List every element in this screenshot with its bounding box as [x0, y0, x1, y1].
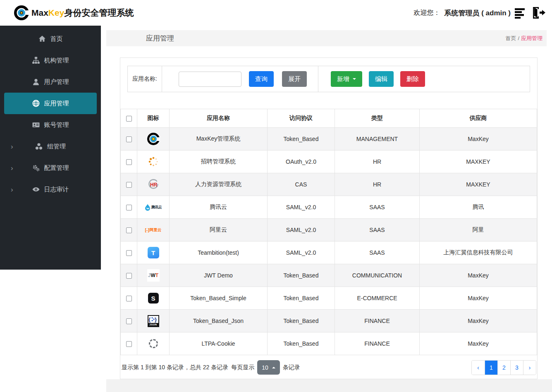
category-cell: COMMUNICATION: [335, 264, 420, 287]
protocol-cell: Token_Based: [268, 128, 335, 151]
column-header: 访问协议: [268, 109, 335, 128]
table-row[interactable]: [-]阿里云阿里云SAML_v2.0SAAS阿里: [121, 219, 537, 241]
logout-icon[interactable]: [531, 6, 545, 19]
s-logo-icon: S: [140, 293, 167, 304]
page-size-dropdown[interactable]: 10: [257, 360, 280, 375]
app-name-cell: JWT Demo: [170, 264, 268, 287]
menu-list-icon[interactable]: [515, 7, 527, 19]
sidebar-item-config[interactable]: ›配置管理: [4, 157, 97, 179]
sidebar-item-log[interactable]: ›日志审计: [4, 179, 97, 200]
expand-button[interactable]: 展开: [282, 71, 307, 87]
json-logo-icon: {}JSON: [140, 315, 167, 327]
table-row[interactable]: TTeambition(test)SAML_v2.0SAAS上海汇翼信息科技有限…: [121, 241, 537, 264]
svg-text:{: {: [148, 316, 151, 323]
vendor-cell: MaxKey: [420, 310, 537, 332]
brand-title: MaxKey身份安全管理系统: [31, 7, 134, 19]
sidebar-item-label: 应用管理: [44, 100, 69, 108]
sidebar-item-group[interactable]: ›组管理: [4, 136, 97, 157]
page-number-button[interactable]: 2: [497, 361, 510, 375]
app-name-cell: 阿里云: [170, 219, 268, 241]
user-icon: [32, 78, 40, 86]
select-all-cell: [121, 109, 137, 128]
category-cell: HR: [335, 173, 420, 196]
column-header: 供应商: [420, 109, 537, 128]
row-checkbox[interactable]: [126, 182, 132, 188]
pagination-info: 显示第 1 到第 10 条记录，总共 22 条记录 每页显示 10 条记录: [120, 360, 300, 375]
table-row[interactable]: MaxKey管理系统Token_BasedMANAGEMENTMaxKey: [121, 128, 537, 151]
table-row[interactable]: {}JSONToken_Based_JsonToken_BasedFINANCE…: [121, 310, 537, 332]
select-all-checkbox[interactable]: [126, 116, 132, 122]
sidebar-item-app[interactable]: 应用管理: [4, 93, 97, 114]
welcome-label: 欢迎您：: [413, 9, 440, 17]
row-checkbox-cell: [121, 219, 137, 241]
pagination-bar: 显示第 1 到第 10 条记录，总共 22 条记录 每页显示 10 条记录 ‹1…: [120, 355, 537, 380]
row-checkbox-cell: [121, 310, 137, 332]
row-checkbox-cell: [121, 173, 137, 196]
category-cell: SAAS: [335, 219, 420, 241]
row-checkbox[interactable]: [126, 205, 132, 210]
row-checkbox[interactable]: [126, 159, 132, 165]
app-name-cell: Teambition(test): [170, 241, 268, 264]
app-name-cell: Token_Based_Json: [170, 310, 268, 332]
breadcrumb-current[interactable]: 应用管理: [521, 35, 542, 42]
page-next-button[interactable]: ›: [523, 361, 536, 375]
table-header-row: 图标应用名称访问协议类型供应商: [121, 109, 537, 128]
edit-button[interactable]: 编辑: [369, 71, 394, 87]
table-row[interactable]: HR人力资源管理系统CASHRMAXKEY: [121, 173, 537, 196]
add-button[interactable]: 新增: [331, 71, 362, 87]
app-icon-cell: S: [137, 287, 170, 310]
sidebar-nav: 首页机构管理用户管理应用管理账号管理›组管理›配置管理›日志审计: [0, 26, 101, 200]
category-cell: SAAS: [335, 241, 420, 264]
row-checkbox-cell: [121, 287, 137, 310]
protocol-cell: OAuth_v2.0: [268, 151, 335, 173]
id-card-icon: [32, 121, 40, 129]
table-row[interactable]: SToken_Based_SimpleToken_BasedE-COMMERCE…: [121, 287, 537, 310]
row-checkbox[interactable]: [126, 341, 132, 347]
breadcrumb: 首页 / 应用管理: [505, 30, 542, 46]
protocol-cell: Token_Based: [268, 310, 335, 332]
table-row[interactable]: LTPA-CookieToken_BasedFINANCEMaxKey: [121, 332, 537, 355]
sidebar-item-label: 组管理: [47, 143, 66, 151]
sidebar-item-org[interactable]: 机构管理: [4, 50, 97, 71]
app-icon-cell: HR: [137, 173, 170, 196]
eye-icon: [32, 186, 40, 193]
row-checkbox[interactable]: [126, 227, 132, 233]
titlebar: 应用管理 首页 / 应用管理: [106, 30, 547, 46]
app-name-cell: 招聘管理系统: [170, 151, 268, 173]
svg-text:HR: HR: [150, 182, 158, 188]
row-checkbox[interactable]: [126, 250, 132, 256]
row-checkbox[interactable]: [126, 318, 132, 324]
table-row[interactable]: JWTJWT DemoToken_BasedCOMMUNICATIONMaxKe…: [121, 264, 537, 287]
page-number-button[interactable]: 3: [510, 361, 523, 375]
category-cell: HR: [335, 151, 420, 173]
sidebar-item-home[interactable]: 首页: [4, 28, 97, 50]
protocol-cell: SAML_v2.0: [268, 196, 335, 219]
category-cell: MANAGEMENT: [335, 128, 420, 151]
page-prev-button[interactable]: ‹: [472, 361, 485, 375]
app-name-input[interactable]: [179, 72, 241, 87]
vendor-cell: MAXKEY: [420, 173, 537, 196]
category-cell: E-COMMERCE: [335, 287, 420, 310]
globe-icon: [32, 100, 40, 107]
query-button[interactable]: 查询: [249, 71, 274, 87]
category-cell: SAAS: [335, 196, 420, 219]
target-circle-icon: [140, 339, 167, 348]
sidebar-item-user[interactable]: 用户管理: [4, 71, 97, 93]
brand-logo: MaxKey身份安全管理系统: [14, 5, 134, 20]
table-row[interactable]: 腾讯云腾讯云SAML_v2.0SAAS腾讯: [121, 196, 537, 219]
app-icon-cell: T: [137, 241, 170, 264]
page-number-button[interactable]: 1: [485, 361, 497, 375]
breadcrumb-home[interactable]: 首页: [505, 35, 516, 42]
sidebar-item-account[interactable]: 账号管理: [4, 114, 97, 136]
app-icon-cell: 腾讯云: [137, 196, 170, 219]
welcome-area: 欢迎您： 系统管理员 ( admin ): [413, 6, 545, 19]
delete-button[interactable]: 删除: [400, 71, 425, 87]
row-checkbox[interactable]: [126, 273, 132, 279]
row-checkbox[interactable]: [126, 136, 132, 142]
table-row[interactable]: 招聘管理系统OAuth_v2.0HRMAXKEY: [121, 151, 537, 173]
row-checkbox[interactable]: [126, 296, 132, 301]
vendor-cell: 阿里: [420, 219, 537, 241]
maxkey-logo-icon: [14, 5, 29, 20]
current-user: 系统管理员 ( admin ): [444, 8, 511, 18]
protocol-cell: Token_Based: [268, 287, 335, 310]
